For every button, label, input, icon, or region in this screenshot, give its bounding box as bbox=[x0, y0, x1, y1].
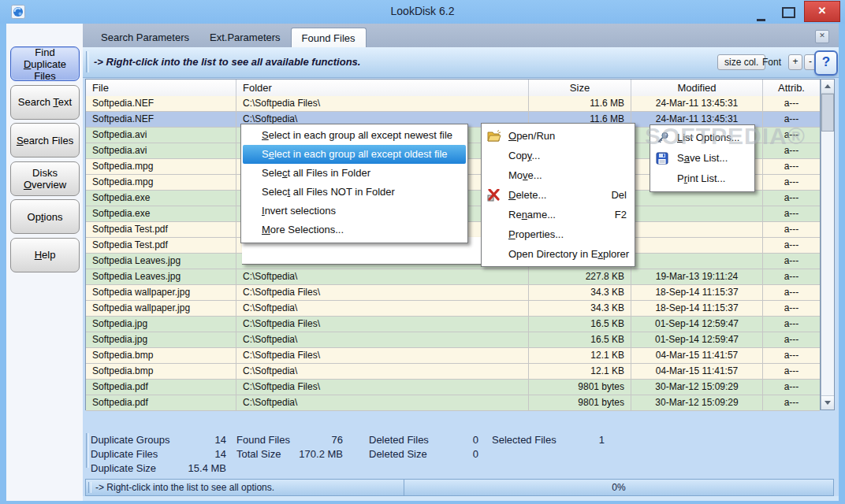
menu-item-label: Open Directory in Explorer bbox=[508, 248, 629, 260]
scrollbar-thumb[interactable] bbox=[821, 94, 834, 132]
toolbar-grip[interactable] bbox=[86, 51, 89, 72]
sidebar-item-search-text[interactable]: Search Text bbox=[10, 85, 80, 120]
cell-modified bbox=[631, 238, 763, 254]
cell-attrib: a--- bbox=[763, 238, 820, 254]
stats-grip[interactable] bbox=[86, 433, 89, 468]
column-header-folder[interactable]: Folder bbox=[236, 80, 529, 96]
cell-file: Softpedia wallpaper.jpg bbox=[86, 301, 236, 317]
menu-item-select-in-each-group-all-except-oldest-file[interactable]: Select in each group all except oldest f… bbox=[243, 145, 466, 164]
menu-item-delete[interactable]: Delete...Del bbox=[482, 185, 635, 205]
cell-size: 16.5 KB bbox=[529, 332, 631, 348]
menu-item-label: List Options... bbox=[677, 132, 739, 143]
progress-bar: 0% bbox=[404, 479, 834, 496]
table-row[interactable]: Softpedia.jpgC:\Softpedia Files\16.5 KB0… bbox=[86, 317, 820, 332]
cell-modified: 30-Mar-12 15:09:29 bbox=[631, 395, 763, 411]
status-message: -> Right-click into the list to see all … bbox=[95, 482, 274, 493]
column-header-size[interactable]: Size bbox=[529, 80, 631, 96]
cell-file: Softpedia Leaves.jpg bbox=[86, 254, 236, 269]
cell-size: 9801 bytes bbox=[529, 395, 631, 411]
menu-item-save-list[interactable]: Save List... bbox=[650, 148, 754, 169]
cell-folder: C:\Softpedia Files\ bbox=[236, 380, 529, 395]
close-results-icon[interactable]: ✕ bbox=[815, 30, 829, 43]
statusbar-grip[interactable] bbox=[88, 482, 91, 493]
cell-size: 227.8 KB bbox=[529, 269, 631, 285]
help-icon[interactable]: ? bbox=[814, 50, 838, 76]
menu-item-list-options[interactable]: List Options... bbox=[650, 128, 754, 148]
menu-item-more-selections[interactable]: More Selections... bbox=[241, 220, 467, 239]
minimize-button[interactable] bbox=[750, 10, 771, 13]
menu-item-shortcut: F2 bbox=[615, 205, 627, 224]
cell-file: Softpedia.NEF bbox=[86, 112, 236, 128]
table-row[interactable]: Softpedia.pdfC:\Softpedia\9801 bytes30-M… bbox=[86, 395, 820, 411]
menu-item-move[interactable]: Move... bbox=[482, 165, 635, 185]
stat-value-deleted-size: 0 bbox=[410, 448, 478, 460]
scroll-down-icon[interactable] bbox=[821, 395, 834, 410]
column-header-modified[interactable]: Modified bbox=[631, 80, 763, 96]
font-increase-button[interactable]: + bbox=[788, 54, 802, 70]
cell-modified: 18-Sep-14 11:15:37 bbox=[631, 285, 763, 301]
cell-size: 12.1 KB bbox=[529, 364, 631, 380]
menu-item-select-in-each-group-all-except-newest-file[interactable]: Select in each group all except newest f… bbox=[241, 126, 467, 145]
menu-item-label: Move... bbox=[508, 169, 542, 181]
sidebar-item-label: Search Files bbox=[17, 135, 73, 146]
cell-attrib: a--- bbox=[763, 206, 820, 222]
cell-file: Softpedia.jpg bbox=[86, 317, 236, 332]
menu-item-label: Select all Files NOT in Folder bbox=[262, 186, 395, 198]
menu-item-select-all-files-in-folder[interactable]: Select all Files in Folder bbox=[241, 164, 467, 183]
stat-value-duplicate-files: 14 bbox=[142, 448, 226, 460]
sidebar-item-help[interactable]: Help bbox=[10, 238, 80, 272]
menu-item-label: More Selections... bbox=[262, 224, 344, 235]
tab-found-files[interactable]: Found Files bbox=[291, 28, 367, 47]
table-row[interactable]: Softpedia wallpaper.jpgC:\Softpedia File… bbox=[86, 285, 820, 301]
table-row[interactable]: Softpedia Leaves.jpgC:\Softpedia\227.8 K… bbox=[86, 269, 820, 285]
window-title: LookDisk 6.2 bbox=[0, 5, 845, 17]
menu-item-invert-selections[interactable]: Invert selections bbox=[241, 202, 467, 220]
cell-attrib: a--- bbox=[763, 159, 820, 175]
cell-modified bbox=[631, 222, 763, 238]
cell-size: 16.5 KB bbox=[529, 317, 631, 332]
table-row[interactable]: Softpedia.bmpC:\Softpedia\12.1 KB04-Mar-… bbox=[86, 364, 820, 380]
sidebar-item-disks-overview[interactable]: Disks Overview bbox=[10, 161, 80, 196]
table-row[interactable]: Softpedia wallpaper.jpgC:\Softpedia\34.3… bbox=[86, 301, 820, 317]
table-row[interactable]: Softpedia.bmpC:\Softpedia Files\12.1 KB0… bbox=[86, 348, 820, 364]
cell-modified bbox=[631, 254, 763, 269]
cell-size: 34.3 KB bbox=[529, 285, 631, 301]
cell-size: 34.3 KB bbox=[529, 301, 631, 317]
cell-file: Softpedia.NEF bbox=[86, 96, 236, 112]
sidebar-item-options[interactable]: Options bbox=[10, 199, 80, 234]
cell-attrib: a--- bbox=[763, 285, 820, 301]
menu-item-open-run[interactable]: Open/Run bbox=[482, 126, 635, 146]
cell-file: Softpedia.bmp bbox=[86, 364, 236, 380]
column-header-attrib[interactable]: Attrib. bbox=[763, 80, 820, 96]
cell-attrib: a--- bbox=[763, 348, 820, 364]
maximize-button[interactable] bbox=[782, 7, 795, 18]
cell-folder: C:\Softpedia Files\ bbox=[236, 317, 529, 332]
vertical-scrollbar[interactable] bbox=[821, 79, 835, 410]
menu-item-open-directory-in-explorer[interactable]: Open Directory in Explorer bbox=[482, 244, 635, 264]
menu-item-select-all-files-not-in-folder[interactable]: Select all Files NOT in Folder bbox=[241, 183, 467, 202]
tab-search-parameters[interactable]: Search Parameters bbox=[91, 28, 199, 47]
scroll-up-icon[interactable] bbox=[821, 80, 834, 94]
stat-value-selected-files: 1 bbox=[536, 434, 605, 446]
close-button[interactable]: ✕ bbox=[804, 1, 840, 22]
hint-toolbar: -> Right-click into the list to see all … bbox=[83, 47, 839, 78]
menu-item-rename[interactable]: Rename...F2 bbox=[482, 205, 635, 224]
sidebar-item-search-files[interactable]: Search Files bbox=[10, 123, 80, 158]
cell-attrib: a--- bbox=[763, 254, 820, 269]
column-header-file[interactable]: File bbox=[86, 80, 236, 96]
font-label: Font bbox=[762, 57, 781, 68]
menu-item-print-list[interactable]: Print List... bbox=[650, 169, 754, 189]
menu-item-copy[interactable]: Copy... bbox=[482, 146, 635, 165]
table-row[interactable]: Softpedia.NEFC:\Softpedia Files\11.6 MB2… bbox=[86, 96, 820, 112]
tab-ext-parameters[interactable]: Ext.Parameters bbox=[199, 28, 291, 47]
file-context-menu: Open/RunCopy...Move...Delete...DelRename… bbox=[481, 123, 635, 267]
table-row[interactable]: Softpedia.jpgC:\Softpedia\16.5 KB01-Sep-… bbox=[86, 332, 820, 348]
size-col-button[interactable]: size col. bbox=[717, 54, 765, 70]
menu-item-properties[interactable]: Properties... bbox=[482, 224, 635, 244]
cell-file: Softpedia.pdf bbox=[86, 380, 236, 395]
table-row[interactable]: Softpedia.pdfC:\Softpedia Files\9801 byt… bbox=[86, 380, 820, 395]
cell-modified: 18-Sep-14 11:15:37 bbox=[631, 301, 763, 317]
selection-context-menu: Select in each group all except newest f… bbox=[240, 124, 468, 243]
cell-attrib: a--- bbox=[763, 112, 820, 128]
sidebar-item-find-duplicate-files[interactable]: Find Duplicate Files bbox=[10, 46, 80, 81]
